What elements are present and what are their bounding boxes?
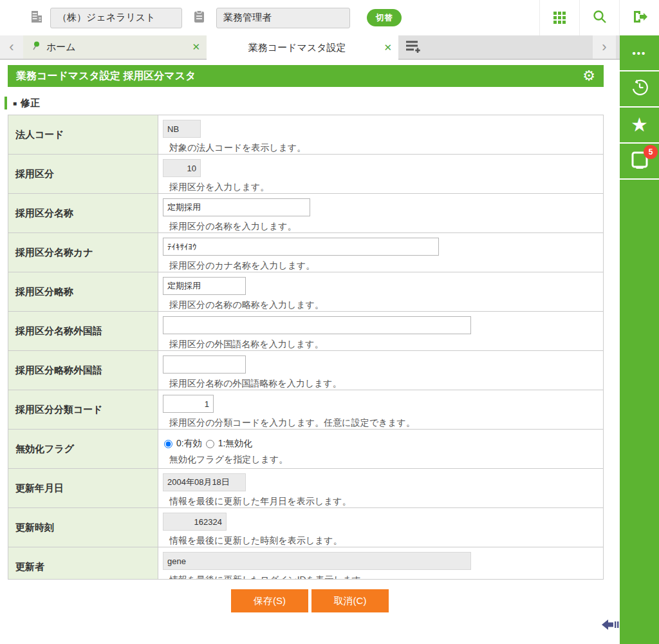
- field-description: 採用区分のカナ名称を入力します。: [169, 260, 603, 272]
- field-input[interactable]: [163, 395, 214, 413]
- section-title: ■ 修正: [5, 97, 620, 109]
- gear-icon[interactable]: ⚙: [582, 69, 595, 83]
- field-input[interactable]: [163, 316, 471, 334]
- form-row: 更新者 情報を最後に更新したログインIDを表示します: [8, 547, 603, 580]
- tab-label: 業務コードマスタ設定: [216, 42, 378, 54]
- history-clock-icon: [630, 78, 649, 100]
- pin-icon: [32, 41, 40, 53]
- company-input[interactable]: [50, 8, 182, 28]
- more-menu-button[interactable]: •••: [620, 35, 659, 71]
- field-description: 無効化フラグを指定します。: [169, 454, 603, 466]
- radio-option-label: 1:無効化: [218, 438, 253, 450]
- form-row: 更新時刻 情報を最後に更新した時刻を表示します。: [8, 508, 603, 547]
- search-icon: [592, 9, 608, 27]
- field-input: [163, 552, 471, 570]
- main-content: 業務コードマスタ設定 採用区分マスタ ⚙ ■ 修正 法人コード 対象の法人コード…: [0, 60, 620, 644]
- field-description: 採用区分を入力します。: [169, 182, 603, 193]
- section-marker: ■: [13, 100, 17, 107]
- field-description: 対象の法人コードを表示します。: [169, 142, 603, 154]
- tab-home[interactable]: ホーム ✕: [23, 35, 207, 59]
- form-row: 採用区分 採用区分を入力します。: [8, 155, 603, 194]
- grid-icon: [553, 12, 566, 24]
- radio-option-label: 0:有効: [176, 438, 202, 450]
- notification-badge: 5: [644, 145, 658, 159]
- field-label: 採用区分名称カナ: [8, 233, 158, 272]
- field-label: 採用区分略称外国語: [8, 351, 158, 390]
- search-button[interactable]: [579, 0, 619, 35]
- collapse-panel-button[interactable]: [601, 617, 619, 635]
- radio-input[interactable]: [164, 440, 172, 448]
- radio-option[interactable]: 0:有効: [163, 438, 202, 450]
- field-label: 採用区分名称外国語: [8, 312, 158, 350]
- cancel-button[interactable]: 取消(C): [311, 589, 389, 612]
- logout-icon: [631, 9, 648, 27]
- field-label: 更新時刻: [8, 508, 158, 547]
- page-title: 業務コードマスタ設定 採用区分マスタ: [16, 70, 196, 83]
- notifications-button[interactable]: 5: [620, 144, 659, 180]
- add-tab-icon: [405, 39, 422, 56]
- tab-close-icon[interactable]: ✕: [384, 42, 392, 53]
- arrow-left-icon: [601, 623, 619, 634]
- field-label: 更新年月日: [8, 469, 158, 507]
- field-description: 採用区分の分類コードを入力します。任意に設定できます。: [169, 417, 603, 429]
- save-button[interactable]: 保存(S): [231, 589, 308, 612]
- field-description: 採用区分名称の外国語略称を入力します。: [169, 378, 603, 390]
- action-buttons: 保存(S) 取消(C): [0, 589, 620, 612]
- history-button[interactable]: [620, 71, 659, 108]
- form-row: 採用区分分類コード 採用区分の分類コードを入力します。任意に設定できます。: [8, 390, 603, 430]
- right-sidebar: ••• ★ 5: [620, 35, 659, 644]
- form-row: 更新年月日 情報を最後に更新した年月日を表示します。: [8, 469, 603, 508]
- tab-close-icon[interactable]: ✕: [192, 41, 200, 53]
- radio-option[interactable]: 1:無効化: [205, 438, 253, 450]
- add-tab-button[interactable]: [402, 38, 424, 57]
- role-input[interactable]: [216, 8, 350, 28]
- form-row: 採用区分略称 採用区分の名称の略称を入力します。: [8, 272, 603, 312]
- form-row: 採用区分略称外国語 採用区分名称の外国語略称を入力します。: [8, 351, 603, 390]
- form-row: 無効化フラグ 0:有効1:無効化 無効化フラグを指定します。: [8, 430, 603, 469]
- field-description: 採用区分の外国語名称を入力します。: [169, 339, 603, 350]
- tab-bar: ‹ ホーム ✕ 業務コードマスタ設定 ✕ ›: [0, 35, 620, 60]
- switch-button[interactable]: 切替: [367, 9, 402, 26]
- favorites-button[interactable]: ★: [620, 108, 659, 144]
- field-label: 法人コード: [8, 115, 158, 154]
- tab-label: ホーム: [46, 41, 187, 53]
- field-description: 採用区分の名称を入力します。: [169, 221, 603, 232]
- field-input[interactable]: [163, 277, 246, 295]
- top-bar: 切替: [0, 0, 659, 35]
- field-input: [163, 120, 201, 138]
- clipboard-icon: [194, 10, 205, 26]
- field-description: 情報を最後に更新した年月日を表示します。: [169, 496, 603, 507]
- logout-button[interactable]: [619, 0, 659, 35]
- field-input[interactable]: [163, 355, 246, 374]
- field-label: 採用区分: [8, 155, 158, 193]
- tabs-scroll-left-button[interactable]: ‹: [0, 35, 23, 59]
- section-title-label: 修正: [21, 97, 40, 109]
- form-row: 採用区分名称 採用区分の名称を入力します。: [8, 194, 603, 233]
- field-label: 無効化フラグ: [8, 430, 158, 468]
- radio-input[interactable]: [206, 440, 214, 448]
- form-row: 採用区分名称カナ 採用区分のカナ名称を入力します。: [8, 233, 603, 272]
- company-icon: [30, 10, 44, 26]
- field-description: 情報を最後に更新した時刻を表示します。: [169, 535, 603, 547]
- field-input[interactable]: [163, 198, 310, 216]
- field-input: [163, 159, 201, 177]
- form-row: 法人コード 対象の法人コードを表示します。: [8, 115, 603, 155]
- field-input[interactable]: [163, 238, 439, 256]
- field-description: 採用区分の名称の略称を入力します。: [169, 299, 603, 311]
- form-table: 法人コード 対象の法人コードを表示します。 採用区分 採用区分を入力します。 採…: [8, 115, 604, 580]
- field-description: 情報を最後に更新したログインIDを表示します: [169, 574, 603, 580]
- field-label: 更新者: [8, 547, 158, 580]
- star-icon: ★: [631, 115, 648, 135]
- tabs-scroll-right-button[interactable]: ›: [593, 35, 616, 59]
- field-label: 採用区分分類コード: [8, 390, 158, 429]
- tab-business-code-master[interactable]: 業務コードマスタ設定 ✕: [207, 35, 398, 60]
- form-row: 採用区分名称外国語 採用区分の外国語名称を入力します。: [8, 312, 603, 351]
- apps-menu-button[interactable]: [539, 0, 579, 35]
- field-label: 採用区分略称: [8, 272, 158, 311]
- ellipsis-icon: •••: [633, 48, 647, 59]
- field-label: 採用区分名称: [8, 194, 158, 232]
- field-input: [163, 513, 227, 531]
- page-header: 業務コードマスタ設定 採用区分マスタ ⚙: [8, 65, 604, 87]
- field-input: [163, 473, 246, 491]
